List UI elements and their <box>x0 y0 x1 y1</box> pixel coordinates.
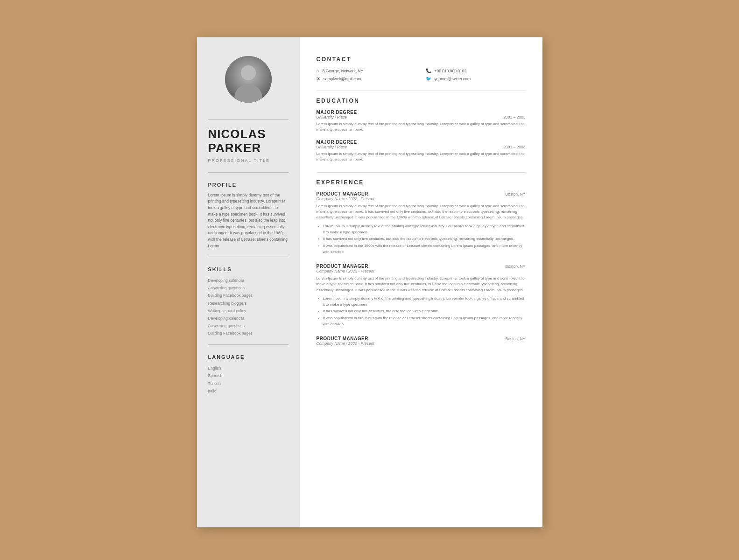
exp-header-row: PRODUCT MANAGER Boston, NY <box>317 264 526 269</box>
education-entry: MAJOR DEGREE University / Place 2001 – 2… <box>317 110 526 133</box>
contact-section: CONTACT ⌂ 8 George, Network, NY 📞 +00 01… <box>317 56 526 81</box>
language-item: Italic <box>208 387 289 395</box>
experience-entry: PRODUCT MANAGER Boston, NY Company Name … <box>317 336 526 346</box>
exp-job-title: PRODUCT MANAGER <box>317 264 368 269</box>
email-icon: ✉ <box>317 76 320 81</box>
edu-place-row: University / Place 2001 – 2003 <box>317 115 526 119</box>
twitter-icon: 🐦 <box>426 76 431 81</box>
language-item: Spanish <box>208 372 289 379</box>
skills-section-title: SKILLS <box>208 266 289 272</box>
resume-container: NICOLAS PARKER PROFESSIONAL TITLE PROFIL… <box>197 37 542 527</box>
edu-description: Lorem Ipsum is simply dummy text of the … <box>317 121 526 133</box>
contact-twitter: 🐦 yournm@twitter.com <box>426 76 526 81</box>
profile-section-title: PROFILE <box>208 182 289 188</box>
exp-bullet: Lorem Ipsum is simply dummy text of the … <box>323 224 526 236</box>
edu-place: University / Place <box>317 115 347 119</box>
skill-item: Writing a social policy <box>208 307 289 315</box>
edu-place: University / Place <box>317 145 347 149</box>
skill-item: Developing calendar <box>208 315 289 322</box>
divider-after-profile <box>208 257 289 257</box>
edu-date: 2001 – 2003 <box>503 115 525 119</box>
edu-row: MAJOR DEGREE <box>317 140 526 145</box>
exp-description: Lorem Ipsum is simply dummy text of the … <box>317 276 526 293</box>
home-icon: ⌂ <box>317 68 319 73</box>
divider-after-skills <box>208 344 289 345</box>
language-section-title: LANGUAGE <box>208 354 289 360</box>
exp-header-row: PRODUCT MANAGER Boston, NY <box>317 191 526 196</box>
professional-title: PROFESSIONAL TITLE <box>208 158 289 163</box>
exp-location: Boston, NY <box>506 192 526 196</box>
divider-edu-exp <box>317 172 526 173</box>
education-section: EDUCATION MAJOR DEGREE University / Plac… <box>317 98 526 163</box>
exp-job-title: PRODUCT MANAGER <box>317 191 368 196</box>
edu-description: Lorem Ipsum is simply dummy text of the … <box>317 151 526 163</box>
education-section-title: EDUCATION <box>317 98 526 104</box>
sidebar: NICOLAS PARKER PROFESSIONAL TITLE PROFIL… <box>197 37 300 527</box>
exp-bullet: Lorem Ipsum is simply dummy text of the … <box>323 296 526 308</box>
experience-entry: PRODUCT MANAGER Boston, NY Company Name … <box>317 264 526 328</box>
exp-bullet: It has survived not only five centuries,… <box>323 308 526 315</box>
exp-bullet: It was popularised in the 1960s with the… <box>323 243 526 255</box>
profile-text: Lorem Ipsum is simply dummy text of the … <box>208 192 289 249</box>
avatar <box>225 56 272 103</box>
contact-grid: ⌂ 8 George, Network, NY 📞 +00 010 000 01… <box>317 68 526 81</box>
exp-bullet: It was popularised in the 1960s with the… <box>323 315 526 328</box>
skill-item: Building Facebook pages <box>208 329 289 337</box>
exp-location: Boston, NY <box>506 336 526 341</box>
skill-item: Developing calendar <box>208 277 289 284</box>
experience-section-title: EXPERIENCE <box>317 179 526 186</box>
exp-job-title: PRODUCT MANAGER <box>317 336 368 341</box>
edu-date: 2001 – 2003 <box>503 145 525 149</box>
edu-row: MAJOR DEGREE <box>317 110 526 115</box>
exp-bullets: Lorem Ipsum is simply dummy text of the … <box>317 296 526 328</box>
candidate-name: NICOLAS PARKER <box>208 127 289 155</box>
divider-after-avatar <box>208 119 289 120</box>
experience-entries: PRODUCT MANAGER Boston, NY Company Name … <box>317 191 526 346</box>
education-entry: MAJOR DEGREE University / Place 2001 – 2… <box>317 140 526 163</box>
phone-icon: 📞 <box>426 68 431 73</box>
contact-address: ⌂ 8 George, Network, NY <box>317 68 416 73</box>
education-entries: MAJOR DEGREE University / Place 2001 – 2… <box>317 110 526 163</box>
exp-location: Boston, NY <box>506 264 526 269</box>
skill-item: Researching bloggers <box>208 300 289 307</box>
main-content: CONTACT ⌂ 8 George, Network, NY 📞 +00 01… <box>300 37 542 527</box>
skill-item: Answering questions <box>208 284 289 292</box>
exp-bullets: Lorem Ipsum is simply dummy text of the … <box>317 224 526 255</box>
edu-place-row: University / Place 2001 – 2003 <box>317 145 526 149</box>
degree-title: MAJOR DEGREE <box>317 110 357 115</box>
skills-list: Developing calendarAnswering questionsBu… <box>208 277 289 337</box>
experience-entry: PRODUCT MANAGER Boston, NY Company Name … <box>317 191 526 255</box>
exp-bullet: It has survived not only five centuries,… <box>323 236 526 242</box>
contact-section-title: CONTACT <box>317 56 526 63</box>
contact-phone: 📞 +00 010 000 0102 <box>426 68 526 73</box>
exp-description: Lorem Ipsum is simply dummy text of the … <box>317 203 526 221</box>
language-item: English <box>208 364 289 372</box>
degree-title: MAJOR DEGREE <box>317 140 357 145</box>
skill-item: Answering questions <box>208 322 289 329</box>
experience-section: EXPERIENCE PRODUCT MANAGER Boston, NY Co… <box>317 179 526 346</box>
name-block: NICOLAS PARKER PROFESSIONAL TITLE <box>208 127 289 163</box>
exp-company: Company Name / 2022 - Present <box>317 196 526 201</box>
divider-after-name <box>208 172 289 173</box>
skill-item: Building Facebook pages <box>208 292 289 299</box>
divider-contact-edu <box>317 91 526 91</box>
contact-email: ✉ samplweb@mail.com <box>317 76 416 81</box>
exp-header-row: PRODUCT MANAGER Boston, NY <box>317 336 526 341</box>
language-item: Turkish <box>208 380 289 387</box>
exp-company: Company Name / 2022 - Present <box>317 269 526 273</box>
exp-company: Company Name / 2022 - Present <box>317 341 526 346</box>
language-list: EnglishSpanishTurkishItalic <box>208 364 289 395</box>
